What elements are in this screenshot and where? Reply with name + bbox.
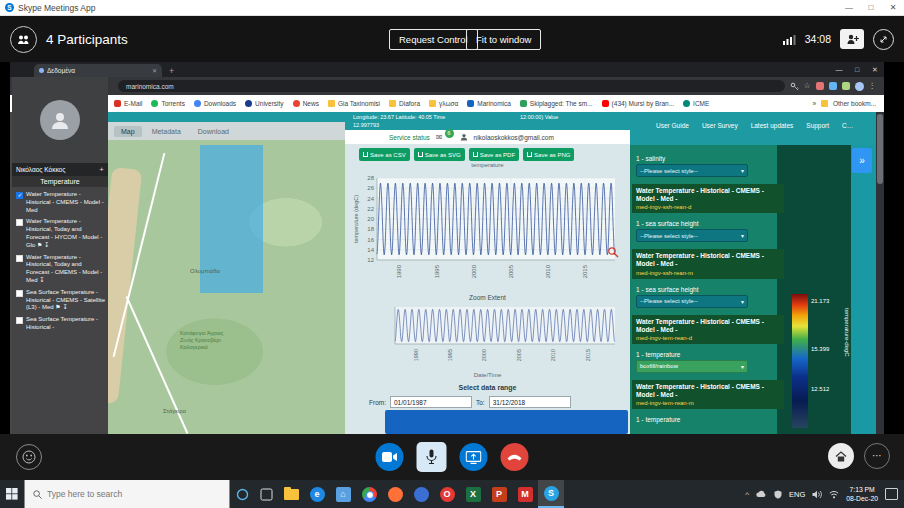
browser-tab[interactable]: Δεδομένα ✕ bbox=[34, 64, 162, 77]
extension-icon[interactable] bbox=[842, 82, 850, 90]
layer-header[interactable]: Water Temperature - Historical - CMEMS -… bbox=[632, 184, 784, 213]
action-center-icon[interactable] bbox=[885, 488, 898, 500]
dataset-checkbox[interactable] bbox=[16, 290, 23, 297]
bookmark-item[interactable]: ICME bbox=[683, 100, 709, 107]
tab-metadata[interactable]: Metadata bbox=[145, 126, 188, 137]
dataset-checkbox[interactable] bbox=[16, 219, 23, 226]
taskbar-search[interactable] bbox=[24, 480, 230, 508]
bookmark-item[interactable]: Torrents bbox=[151, 100, 184, 107]
nav-link[interactable]: User Survey bbox=[702, 122, 738, 145]
cortana-icon[interactable] bbox=[230, 480, 254, 508]
mail-icon[interactable]: ✉ bbox=[436, 133, 443, 142]
bookmark-item[interactable]: Skiplagged: The sm... bbox=[520, 100, 593, 107]
taskbar-clock[interactable]: 7:13 PM 08-Dec-20 bbox=[846, 485, 878, 503]
save-button[interactable]: Save as SVG bbox=[414, 148, 465, 161]
browser-profile-avatar[interactable] bbox=[855, 82, 864, 91]
browser-icon[interactable] bbox=[408, 480, 434, 508]
extension-icon[interactable] bbox=[829, 82, 837, 90]
bookmark-item[interactable]: University bbox=[245, 100, 284, 107]
map-canvas[interactable]: Ολυμπιάδα Κατάφυγιο Άγριας Ζωής Κρανοβέρ… bbox=[108, 140, 345, 434]
tab-download[interactable]: Download bbox=[191, 126, 236, 137]
from-date-input[interactable] bbox=[390, 396, 472, 408]
dataset-checkbox[interactable] bbox=[16, 192, 23, 199]
nav-link[interactable]: C… bbox=[842, 122, 853, 145]
account-email[interactable]: nikolaoskokkos@gmail.com bbox=[474, 134, 554, 141]
to-date-input[interactable] bbox=[489, 396, 571, 408]
bookmark-item[interactable]: Downloads bbox=[194, 100, 236, 107]
get-data-button[interactable] bbox=[385, 410, 628, 434]
tab-close-icon[interactable]: ✕ bbox=[152, 67, 157, 74]
dataset-list-item[interactable]: Water Temperature - Historical, Today an… bbox=[12, 214, 108, 249]
dataset-list-item[interactable]: Sea Surface Temperature - Historical - C… bbox=[12, 285, 108, 312]
layer-header[interactable]: Water Temperature - Historical - CMEMS -… bbox=[632, 380, 784, 409]
dataset-checkbox[interactable] bbox=[16, 317, 23, 324]
file-explorer-icon[interactable] bbox=[278, 480, 304, 508]
bookmarks-overflow-icon[interactable]: » bbox=[812, 100, 816, 107]
powerpoint-icon[interactable]: P bbox=[486, 480, 512, 508]
request-control-button[interactable]: Request Control bbox=[389, 29, 478, 50]
tray-expand-icon[interactable]: ^ bbox=[745, 490, 749, 499]
hang-up-button[interactable] bbox=[501, 443, 529, 471]
participants-icon[interactable] bbox=[10, 26, 37, 53]
reactions-button[interactable] bbox=[16, 444, 42, 470]
bookmark-item[interactable]: (434) Mursi by Bran... bbox=[602, 100, 675, 107]
extension-icon[interactable] bbox=[816, 82, 824, 90]
bookmark-item[interactable]: E-Mail bbox=[114, 100, 142, 107]
other-bookmarks[interactable]: Other bookm... bbox=[833, 100, 876, 107]
save-button[interactable]: Save as PDF bbox=[469, 148, 519, 161]
task-view-icon[interactable] bbox=[254, 480, 278, 508]
browser-close-button[interactable]: ✕ bbox=[866, 63, 884, 77]
tab-map[interactable]: Map bbox=[114, 126, 142, 137]
camera-button[interactable] bbox=[376, 443, 404, 471]
edge-icon[interactable]: e bbox=[304, 480, 330, 508]
dataset-list-item[interactable]: Sea Surface Temperature - Historical - bbox=[12, 312, 108, 332]
save-button[interactable]: Save as PNG bbox=[523, 148, 574, 161]
style-select[interactable]: --Please select style--▾ bbox=[636, 164, 748, 177]
style-select[interactable]: boxfill/rainbow▾ bbox=[636, 360, 748, 373]
scrollbar-thumb[interactable] bbox=[877, 114, 883, 184]
store-icon[interactable]: ⌂ bbox=[330, 480, 356, 508]
window-close-button[interactable]: ✕ bbox=[882, 0, 904, 16]
skype-taskbar-icon[interactable]: S bbox=[538, 480, 564, 508]
bookmark-item[interactable]: News bbox=[293, 100, 319, 107]
window-minimize-button[interactable]: — bbox=[838, 0, 860, 16]
network-icon[interactable] bbox=[829, 490, 839, 499]
zoom-extent-chart[interactable]: 199019952000200520102015 bbox=[393, 304, 617, 368]
fit-to-window-button[interactable]: Fit to window bbox=[466, 29, 541, 50]
devices-button[interactable] bbox=[828, 443, 854, 469]
mail-app-icon[interactable]: M bbox=[512, 480, 538, 508]
nav-link[interactable]: User Guide bbox=[656, 122, 689, 145]
bookmark-item[interactable]: Gia Taxinomisi bbox=[328, 100, 380, 107]
style-select[interactable]: --Please select style--▾ bbox=[636, 295, 748, 308]
fullscreen-toggle-icon[interactable] bbox=[873, 29, 894, 50]
opera-icon[interactable]: O bbox=[434, 480, 460, 508]
page-scrollbar[interactable] bbox=[876, 112, 884, 434]
firefox-icon[interactable] bbox=[382, 480, 408, 508]
style-select[interactable]: --Please select style--▾ bbox=[636, 229, 748, 242]
screen-share-button[interactable] bbox=[460, 443, 488, 471]
dataset-checkbox[interactable] bbox=[16, 255, 23, 262]
save-button[interactable]: Save as CSV bbox=[359, 148, 410, 161]
search-input[interactable] bbox=[47, 489, 207, 499]
language-indicator[interactable]: ENG bbox=[789, 490, 805, 499]
new-tab-button[interactable]: + bbox=[169, 65, 174, 77]
layer-header[interactable]: Water Temperature - Historical - CMEMS -… bbox=[632, 249, 784, 278]
add-participant-button[interactable] bbox=[840, 29, 864, 49]
start-button[interactable] bbox=[0, 480, 24, 508]
pin-icon[interactable]: + bbox=[99, 165, 104, 174]
cloud-icon[interactable] bbox=[756, 490, 767, 498]
more-options-button[interactable]: ⋯ bbox=[864, 443, 890, 469]
nav-link[interactable]: Latest updates bbox=[751, 122, 794, 145]
dataset-list-item[interactable]: Water Temperature - Historical - CMEMS -… bbox=[12, 187, 108, 214]
layer-header[interactable]: Water Temperature - Historical - CMEMS -… bbox=[632, 315, 784, 344]
window-maximize-button[interactable]: □ bbox=[860, 0, 882, 16]
browser-maximize-button[interactable]: □ bbox=[848, 63, 866, 77]
shield-icon[interactable] bbox=[774, 490, 782, 499]
temperature-chart[interactable]: 1214161820222426281990199520002005201020… bbox=[351, 170, 623, 298]
key-icon[interactable] bbox=[790, 82, 799, 91]
browser-menu-icon[interactable]: ⋮ bbox=[869, 80, 877, 92]
chrome-icon[interactable] bbox=[356, 480, 382, 508]
bookmark-item[interactable]: Diafora bbox=[389, 100, 420, 107]
service-status-link[interactable]: Service status bbox=[389, 134, 430, 141]
microphone-button[interactable] bbox=[417, 442, 447, 472]
